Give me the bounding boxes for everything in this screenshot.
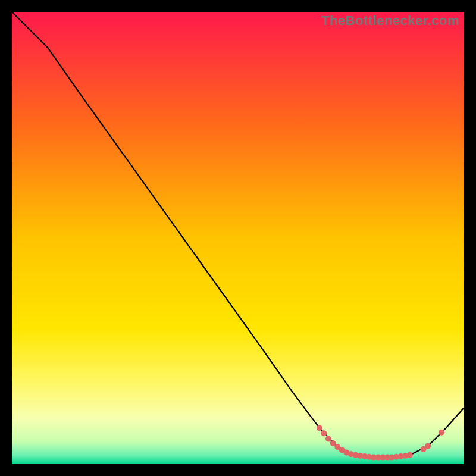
data-marker <box>407 452 413 458</box>
chart-frame: TheBottlenecker.com <box>12 12 464 464</box>
watermark-label: TheBottlenecker.com <box>321 13 459 29</box>
data-marker <box>317 425 322 431</box>
gradient-background <box>12 12 464 464</box>
data-marker <box>439 430 444 436</box>
data-marker <box>325 436 331 441</box>
data-marker <box>321 430 327 436</box>
bottleneck-curve-chart <box>12 12 464 464</box>
data-marker <box>425 443 431 449</box>
